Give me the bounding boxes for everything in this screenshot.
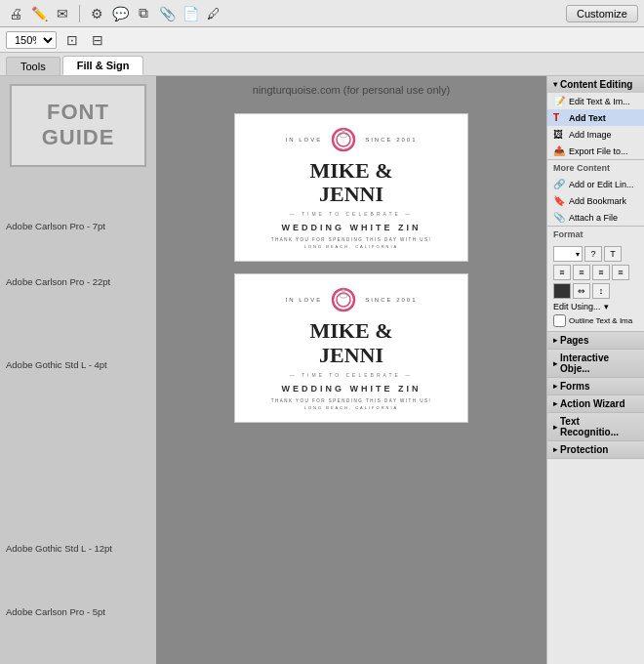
align-left-btn[interactable]: ≡ xyxy=(553,265,571,280)
content-editing-label: Content Editing xyxy=(560,79,632,90)
annotation-2: Adobe Carlson Pro - 22pt xyxy=(6,276,110,287)
line-height-btn[interactable]: ↕ xyxy=(592,283,610,299)
more-content-section: More Content 🔗 Add or Edit Lin... 🔖 Add … xyxy=(547,160,644,227)
annotation-5: Adobe Carlson Pro - 5pt xyxy=(6,606,105,617)
edit-using-row: Edit Using... ▾ xyxy=(553,302,638,311)
outline-label: Outline Text & Ima xyxy=(569,316,632,325)
annotations-column: FONT GUIDE Adobe Carlson Pro - 7pt Adobe… xyxy=(0,76,156,664)
label-since-1: SINCE 2001 xyxy=(365,137,417,143)
protection-label: Protection xyxy=(560,444,608,455)
label-thank-you-1: THANK YOU FOR SPENDING THIS DAY WITH US! xyxy=(271,237,432,242)
label-top-row-2: IN LOVE SINCE 2001 xyxy=(285,286,417,313)
doc-view[interactable]: ningturquoise.com (for personal use only… xyxy=(156,76,546,664)
svg-point-7 xyxy=(340,294,347,298)
attach-file-icon: 📎 xyxy=(553,212,565,223)
sign-icon[interactable]: 🖊 xyxy=(204,4,223,23)
align-center-btn[interactable]: ≡ xyxy=(573,265,590,280)
format-text-btn[interactable]: T xyxy=(604,246,622,262)
watermark-text: ningturquoise.com (for personal use only… xyxy=(156,84,546,96)
align-right-btn[interactable]: ≡ xyxy=(592,265,610,280)
add-link-item[interactable]: 🔗 Add or Edit Lin... xyxy=(547,176,644,192)
action-wizard-section: ▸ Action Wizard xyxy=(547,395,644,413)
add-bookmark-label: Add Bookmark xyxy=(569,196,626,206)
settings-icon[interactable]: ⚙ xyxy=(87,4,106,23)
more-content-header: More Content xyxy=(547,160,644,176)
label-main-title-1: MIKE &JENNI xyxy=(310,159,393,206)
format-row-1: ▾ ? T xyxy=(553,246,638,262)
add-link-label: Add or Edit Lin... xyxy=(569,180,634,189)
align-justify-btn[interactable]: ≡ xyxy=(612,265,629,280)
zoom-select[interactable]: 150% xyxy=(6,31,57,49)
annotation-4: Adobe Gothic Std L - 12pt xyxy=(6,543,112,554)
fit-page-icon[interactable]: ⊡ xyxy=(62,30,82,50)
comment-icon[interactable]: 💬 xyxy=(110,4,130,23)
attach-file-item[interactable]: 📎 Attach a File xyxy=(547,209,644,226)
print-icon[interactable]: 🖨 xyxy=(6,4,25,23)
add-text-label: Add Text xyxy=(569,113,606,123)
export-item[interactable]: 📤 Export File to... xyxy=(547,143,644,159)
svg-point-6 xyxy=(337,293,350,307)
edit-using-dropdown[interactable]: ▾ xyxy=(604,302,609,311)
tab-bar: Tools Fill & Sign xyxy=(0,53,644,76)
export-icon: 📤 xyxy=(553,145,565,156)
add-text-item[interactable]: T Add Text xyxy=(547,109,644,126)
forms-section: ▸ Forms xyxy=(547,378,644,395)
email-icon[interactable]: ✉ xyxy=(53,4,72,23)
protection-arrow: ▸ xyxy=(553,445,557,454)
pages-section: ▸ Pages xyxy=(547,332,644,350)
label-subtitle-2: — TIME TO CELEBRATE — xyxy=(290,372,414,378)
outline-checkbox[interactable] xyxy=(553,314,566,327)
forms-arrow: ▸ xyxy=(553,382,557,391)
ring-icon-1 xyxy=(330,126,357,153)
edit-icon[interactable]: ✏️ xyxy=(29,4,49,23)
add-image-item[interactable]: 🖼 Add Image xyxy=(547,126,644,143)
format-question-btn[interactable]: ? xyxy=(584,246,602,262)
pages-icon[interactable]: 📄 xyxy=(181,4,200,23)
format-section: Format ▾ ? T ≡ ≡ ≡ ≡ ⇔ xyxy=(547,227,644,332)
add-image-icon: 🖼 xyxy=(553,129,565,140)
tab-fill-sign[interactable]: Fill & Sign xyxy=(62,56,144,75)
action-wizard-header[interactable]: ▸ Action Wizard xyxy=(547,395,644,412)
ring-icon-2 xyxy=(330,286,357,313)
tab-tools[interactable]: Tools xyxy=(6,57,60,75)
attach-file-label: Attach a File xyxy=(569,213,618,223)
svg-point-2 xyxy=(340,134,347,138)
label-since-2: SINCE 2001 xyxy=(365,297,417,303)
add-bookmark-item[interactable]: 🔖 Add Bookmark xyxy=(547,192,644,209)
sep1 xyxy=(79,5,80,22)
spacing-btn[interactable]: ⇔ xyxy=(573,283,590,299)
interactive-arrow: ▸ xyxy=(553,359,557,368)
fit-width-icon[interactable]: ⊟ xyxy=(88,30,107,50)
pages-header[interactable]: ▸ Pages xyxy=(547,332,644,349)
attach-icon[interactable]: 📎 xyxy=(157,4,177,23)
content-editing-section: ▾ Content Editing 📝 Edit Text & Im... T … xyxy=(547,76,644,160)
font-size-dropdown[interactable]: ▾ xyxy=(553,246,583,262)
label-location-1: LONG BEACH, CALIFORNIA xyxy=(304,244,398,249)
interactive-header[interactable]: ▸ Interactive Obje... xyxy=(547,350,644,377)
edit-text-item[interactable]: 📝 Edit Text & Im... xyxy=(547,93,644,109)
content-editing-header[interactable]: ▾ Content Editing xyxy=(547,76,644,93)
text-recognition-header[interactable]: ▸ Text Recognitio... xyxy=(547,413,644,440)
right-panel: ▾ Content Editing 📝 Edit Text & Im... T … xyxy=(546,76,644,664)
outline-check-row: Outline Text & Ima xyxy=(553,314,638,327)
interactive-label: Interactive Obje... xyxy=(560,353,638,374)
label-thank-you-2: THANK YOU FOR SPENDING THIS DAY WITH US! xyxy=(271,398,432,403)
second-toolbar: 150% ⊡ ⊟ xyxy=(0,27,644,53)
main-area: FONT GUIDE Adobe Carlson Pro - 7pt Adobe… xyxy=(0,76,644,664)
text-recognition-label: Text Recognitio... xyxy=(560,416,638,437)
edit-text-icon: 📝 xyxy=(553,96,565,106)
format-row-2: ≡ ≡ ≡ ≡ xyxy=(553,265,638,280)
color-btn[interactable] xyxy=(553,283,571,299)
label-card-1: IN LOVE SINCE 2001 MIKE &JENNI — TIME TO… xyxy=(234,113,468,262)
customize-button[interactable]: Customize xyxy=(566,5,638,22)
svg-point-1 xyxy=(337,133,350,146)
forms-header[interactable]: ▸ Forms xyxy=(547,378,644,394)
copy-icon[interactable]: ⧉ xyxy=(134,4,153,23)
annotation-3: Adobe Gothic Std L - 4pt xyxy=(6,359,107,370)
bookmark-icon: 🔖 xyxy=(553,195,565,206)
protection-section: ▸ Protection xyxy=(547,441,644,459)
protection-header[interactable]: ▸ Protection xyxy=(547,441,644,458)
add-text-icon: T xyxy=(553,112,565,123)
annotation-1: Adobe Carlson Pro - 7pt xyxy=(6,221,105,231)
label-in-love-1: IN LOVE xyxy=(285,137,322,143)
